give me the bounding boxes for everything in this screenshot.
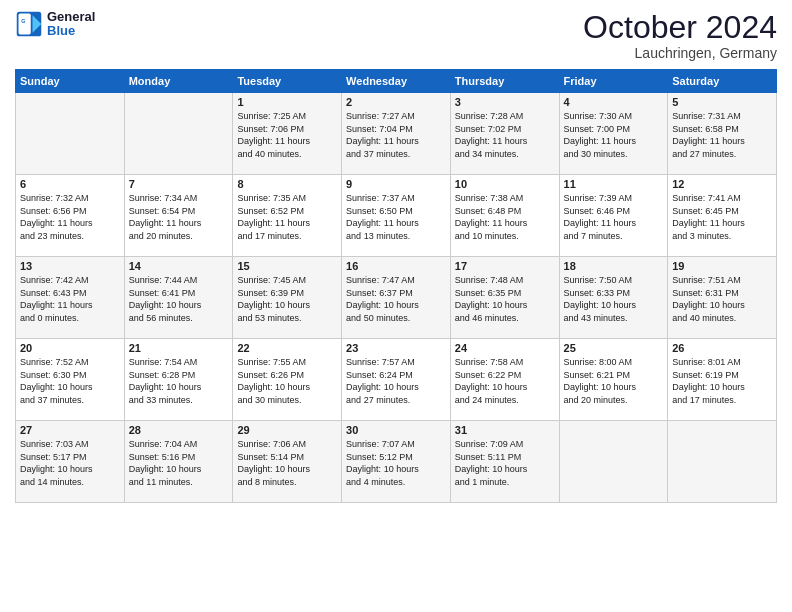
day-info: Sunrise: 7:47 AM Sunset: 6:37 PM Dayligh… <box>346 274 446 324</box>
calendar-cell: 31Sunrise: 7:09 AM Sunset: 5:11 PM Dayli… <box>450 421 559 503</box>
day-info: Sunrise: 8:01 AM Sunset: 6:19 PM Dayligh… <box>672 356 772 406</box>
logo-blue: Blue <box>47 24 95 38</box>
day-info: Sunrise: 7:04 AM Sunset: 5:16 PM Dayligh… <box>129 438 229 488</box>
day-number: 11 <box>564 178 664 190</box>
day-number: 31 <box>455 424 555 436</box>
calendar-cell: 8Sunrise: 7:35 AM Sunset: 6:52 PM Daylig… <box>233 175 342 257</box>
day-number: 21 <box>129 342 229 354</box>
calendar-cell: 1Sunrise: 7:25 AM Sunset: 7:06 PM Daylig… <box>233 93 342 175</box>
header: G General Blue October 2024 Lauchringen,… <box>15 10 777 61</box>
day-info: Sunrise: 7:48 AM Sunset: 6:35 PM Dayligh… <box>455 274 555 324</box>
day-number: 25 <box>564 342 664 354</box>
calendar-cell: 29Sunrise: 7:06 AM Sunset: 5:14 PM Dayli… <box>233 421 342 503</box>
day-info: Sunrise: 8:00 AM Sunset: 6:21 PM Dayligh… <box>564 356 664 406</box>
calendar-row: 6Sunrise: 7:32 AM Sunset: 6:56 PM Daylig… <box>16 175 777 257</box>
day-info: Sunrise: 7:57 AM Sunset: 6:24 PM Dayligh… <box>346 356 446 406</box>
calendar-cell: 23Sunrise: 7:57 AM Sunset: 6:24 PM Dayli… <box>342 339 451 421</box>
day-number: 3 <box>455 96 555 108</box>
calendar-row: 1Sunrise: 7:25 AM Sunset: 7:06 PM Daylig… <box>16 93 777 175</box>
day-info: Sunrise: 7:30 AM Sunset: 7:00 PM Dayligh… <box>564 110 664 160</box>
day-number: 8 <box>237 178 337 190</box>
calendar-cell: 7Sunrise: 7:34 AM Sunset: 6:54 PM Daylig… <box>124 175 233 257</box>
calendar-cell: 19Sunrise: 7:51 AM Sunset: 6:31 PM Dayli… <box>668 257 777 339</box>
day-number: 10 <box>455 178 555 190</box>
day-info: Sunrise: 7:03 AM Sunset: 5:17 PM Dayligh… <box>20 438 120 488</box>
day-info: Sunrise: 7:07 AM Sunset: 5:12 PM Dayligh… <box>346 438 446 488</box>
calendar-row: 13Sunrise: 7:42 AM Sunset: 6:43 PM Dayli… <box>16 257 777 339</box>
day-info: Sunrise: 7:27 AM Sunset: 7:04 PM Dayligh… <box>346 110 446 160</box>
logo: G General Blue <box>15 10 95 39</box>
day-info: Sunrise: 7:35 AM Sunset: 6:52 PM Dayligh… <box>237 192 337 242</box>
day-number: 29 <box>237 424 337 436</box>
day-info: Sunrise: 7:44 AM Sunset: 6:41 PM Dayligh… <box>129 274 229 324</box>
weekday-header: Sunday <box>16 70 125 93</box>
day-info: Sunrise: 7:38 AM Sunset: 6:48 PM Dayligh… <box>455 192 555 242</box>
calendar-cell: 18Sunrise: 7:50 AM Sunset: 6:33 PM Dayli… <box>559 257 668 339</box>
calendar-cell: 10Sunrise: 7:38 AM Sunset: 6:48 PM Dayli… <box>450 175 559 257</box>
day-info: Sunrise: 7:32 AM Sunset: 6:56 PM Dayligh… <box>20 192 120 242</box>
day-number: 16 <box>346 260 446 272</box>
weekday-header: Saturday <box>668 70 777 93</box>
day-info: Sunrise: 7:50 AM Sunset: 6:33 PM Dayligh… <box>564 274 664 324</box>
day-number: 5 <box>672 96 772 108</box>
day-number: 6 <box>20 178 120 190</box>
calendar-cell: 20Sunrise: 7:52 AM Sunset: 6:30 PM Dayli… <box>16 339 125 421</box>
day-info: Sunrise: 7:58 AM Sunset: 6:22 PM Dayligh… <box>455 356 555 406</box>
day-number: 26 <box>672 342 772 354</box>
calendar-row: 27Sunrise: 7:03 AM Sunset: 5:17 PM Dayli… <box>16 421 777 503</box>
calendar-cell: 30Sunrise: 7:07 AM Sunset: 5:12 PM Dayli… <box>342 421 451 503</box>
calendar-cell <box>124 93 233 175</box>
calendar-cell <box>668 421 777 503</box>
day-number: 9 <box>346 178 446 190</box>
calendar-cell: 26Sunrise: 8:01 AM Sunset: 6:19 PM Dayli… <box>668 339 777 421</box>
day-number: 17 <box>455 260 555 272</box>
calendar-row: 20Sunrise: 7:52 AM Sunset: 6:30 PM Dayli… <box>16 339 777 421</box>
day-number: 23 <box>346 342 446 354</box>
calendar-cell: 4Sunrise: 7:30 AM Sunset: 7:00 PM Daylig… <box>559 93 668 175</box>
calendar-cell: 9Sunrise: 7:37 AM Sunset: 6:50 PM Daylig… <box>342 175 451 257</box>
calendar-cell: 6Sunrise: 7:32 AM Sunset: 6:56 PM Daylig… <box>16 175 125 257</box>
day-number: 14 <box>129 260 229 272</box>
day-info: Sunrise: 7:09 AM Sunset: 5:11 PM Dayligh… <box>455 438 555 488</box>
day-number: 24 <box>455 342 555 354</box>
day-number: 7 <box>129 178 229 190</box>
calendar-page: G General Blue October 2024 Lauchringen,… <box>0 0 792 612</box>
calendar-cell: 13Sunrise: 7:42 AM Sunset: 6:43 PM Dayli… <box>16 257 125 339</box>
title-block: October 2024 Lauchringen, Germany <box>583 10 777 61</box>
day-info: Sunrise: 7:34 AM Sunset: 6:54 PM Dayligh… <box>129 192 229 242</box>
svg-text:G: G <box>21 18 25 24</box>
day-number: 12 <box>672 178 772 190</box>
calendar-cell: 22Sunrise: 7:55 AM Sunset: 6:26 PM Dayli… <box>233 339 342 421</box>
day-number: 13 <box>20 260 120 272</box>
day-number: 18 <box>564 260 664 272</box>
day-info: Sunrise: 7:54 AM Sunset: 6:28 PM Dayligh… <box>129 356 229 406</box>
calendar-cell <box>16 93 125 175</box>
weekday-header: Thursday <box>450 70 559 93</box>
calendar-cell: 14Sunrise: 7:44 AM Sunset: 6:41 PM Dayli… <box>124 257 233 339</box>
calendar-cell: 27Sunrise: 7:03 AM Sunset: 5:17 PM Dayli… <box>16 421 125 503</box>
day-info: Sunrise: 7:55 AM Sunset: 6:26 PM Dayligh… <box>237 356 337 406</box>
day-info: Sunrise: 7:37 AM Sunset: 6:50 PM Dayligh… <box>346 192 446 242</box>
day-info: Sunrise: 7:39 AM Sunset: 6:46 PM Dayligh… <box>564 192 664 242</box>
day-info: Sunrise: 7:42 AM Sunset: 6:43 PM Dayligh… <box>20 274 120 324</box>
day-info: Sunrise: 7:51 AM Sunset: 6:31 PM Dayligh… <box>672 274 772 324</box>
calendar-cell: 25Sunrise: 8:00 AM Sunset: 6:21 PM Dayli… <box>559 339 668 421</box>
day-number: 28 <box>129 424 229 436</box>
weekday-header: Tuesday <box>233 70 342 93</box>
location: Lauchringen, Germany <box>583 45 777 61</box>
day-number: 20 <box>20 342 120 354</box>
calendar-cell: 5Sunrise: 7:31 AM Sunset: 6:58 PM Daylig… <box>668 93 777 175</box>
logo-icon: G <box>15 10 43 38</box>
calendar-cell: 16Sunrise: 7:47 AM Sunset: 6:37 PM Dayli… <box>342 257 451 339</box>
calendar-cell: 2Sunrise: 7:27 AM Sunset: 7:04 PM Daylig… <box>342 93 451 175</box>
day-info: Sunrise: 7:45 AM Sunset: 6:39 PM Dayligh… <box>237 274 337 324</box>
day-number: 30 <box>346 424 446 436</box>
calendar-cell: 17Sunrise: 7:48 AM Sunset: 6:35 PM Dayli… <box>450 257 559 339</box>
day-number: 22 <box>237 342 337 354</box>
month-title: October 2024 <box>583 10 777 45</box>
header-row: SundayMondayTuesdayWednesdayThursdayFrid… <box>16 70 777 93</box>
day-info: Sunrise: 7:52 AM Sunset: 6:30 PM Dayligh… <box>20 356 120 406</box>
calendar-cell: 11Sunrise: 7:39 AM Sunset: 6:46 PM Dayli… <box>559 175 668 257</box>
calendar-cell: 15Sunrise: 7:45 AM Sunset: 6:39 PM Dayli… <box>233 257 342 339</box>
calendar-table: SundayMondayTuesdayWednesdayThursdayFrid… <box>15 69 777 503</box>
